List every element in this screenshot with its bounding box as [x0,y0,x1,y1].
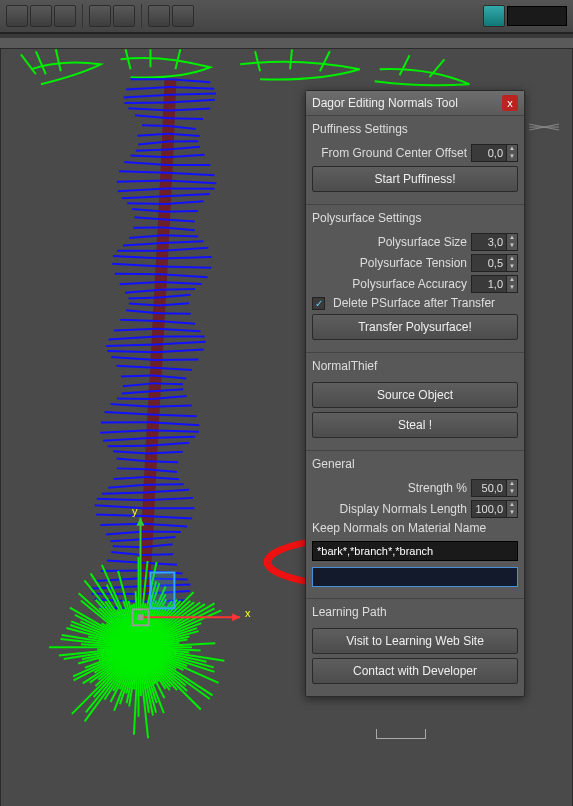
svg-line-79 [106,344,156,346]
source-object-button[interactable]: Source Object [312,382,518,408]
delete-psurface-label: Delete PSurface after Transfer [333,296,495,310]
spinner-down-icon[interactable]: ▼ [506,153,517,161]
toolbar-button[interactable] [6,5,28,27]
svg-line-14 [170,87,214,89]
svg-line-54 [163,241,203,243]
svg-rect-277 [150,572,174,608]
steal-button[interactable]: Steal ! [312,412,518,438]
toolbar-button[interactable] [148,5,170,27]
svg-line-23 [142,125,169,126]
offset-spinner[interactable]: ▲▼ [471,144,518,162]
svg-line-131 [113,546,143,547]
svg-line-127 [106,532,143,535]
toolbar-button[interactable] [483,5,505,27]
svg-line-103 [103,438,149,441]
start-puffiness-button[interactable]: Start Puffiness! [312,166,518,192]
svg-line-33 [124,162,167,165]
svg-line-109 [117,459,148,462]
svg-line-115 [108,485,146,488]
svg-line-101 [100,430,149,433]
svg-line-63 [120,282,161,284]
svg-line-85 [116,366,154,368]
svg-line-73 [120,320,157,321]
svg-line-129 [111,539,143,541]
svg-line-81 [107,351,155,352]
spinner-up-icon[interactable]: ▲ [506,145,517,153]
section-header: Learning Path [312,603,518,624]
accuracy-spinner[interactable]: ▲▼ [471,275,518,293]
svg-rect-276 [138,614,144,620]
learning-section: Learning Path Visit to Learning Web Site… [306,598,524,696]
svg-line-91 [122,391,153,393]
panel-resize-handle[interactable] [376,729,426,739]
svg-line-97 [105,412,151,414]
svg-line-83 [111,357,155,360]
axis-y-label: y [132,505,138,517]
delete-psurface-checkbox[interactable]: ✓ [312,297,325,310]
toolbar-button[interactable] [30,5,52,27]
svg-line-95 [111,404,152,407]
svg-line-62 [161,274,207,277]
svg-line-38 [167,181,217,184]
strength-spinner[interactable]: ▲▼ [471,479,518,497]
offset-label: From Ground Center Offset [321,146,467,160]
top-toolbar [0,0,573,34]
svg-line-43 [127,203,165,204]
svg-line-7 [290,49,292,69]
contact-developer-button[interactable]: Contact with Developer [312,658,518,684]
svg-line-90 [153,383,183,384]
normalthief-section: NormalThief Source Object Steal ! [306,352,524,450]
svg-line-9 [400,55,410,75]
svg-line-35 [119,171,167,173]
svg-line-58 [162,257,211,259]
normals-length-label: Display Normals Length [340,502,467,516]
svg-line-60 [162,266,211,267]
section-header: Polysurface Settings [312,209,518,230]
toolbar-separator [141,4,142,28]
normals-length-spinner[interactable]: ▲▼ [471,500,518,518]
svg-line-36 [167,173,215,176]
svg-line-67 [129,298,160,299]
svg-line-16 [170,94,216,95]
toolbar-button[interactable] [89,5,111,27]
toolbar-button[interactable] [113,5,135,27]
svg-line-134 [142,554,173,555]
puffiness-section: Puffiness Settings From Ground Center Of… [306,115,524,204]
svg-line-56 [163,248,209,251]
svg-line-75 [114,329,157,331]
tension-spinner[interactable]: ▲▼ [471,254,518,272]
visit-website-button[interactable]: Visit to Learning Web Site [312,628,518,654]
svg-line-20 [169,108,210,110]
tension-label: Polysurface Tension [360,256,467,270]
normals-tool-panel: Dagor Editing Normals Tool x Puffiness S… [305,90,525,697]
svg-line-59 [112,264,161,267]
section-header: NormalThief [312,357,518,378]
material-names-input[interactable] [312,541,518,561]
toolbar-input[interactable] [507,6,567,26]
section-header: General [312,455,518,476]
close-button[interactable]: x [502,95,518,111]
material-names-input-2[interactable] [312,567,518,587]
svg-line-64 [161,282,202,284]
panel-titlebar[interactable]: Dagor Editing Normals Tool x [306,91,524,115]
svg-line-66 [160,289,195,290]
accuracy-label: Polysurface Accuracy [352,277,467,291]
size-spinner[interactable]: ▲▼ [471,233,518,251]
transfer-polysurface-button[interactable]: Transfer Polysurface! [312,314,518,340]
toolbar-button[interactable] [54,5,76,27]
svg-line-117 [102,493,146,494]
polysurface-section: Polysurface Settings Polysurface Size ▲▼… [306,204,524,352]
svg-line-57 [113,256,162,259]
svg-line-39 [118,188,166,191]
svg-line-5 [175,49,180,69]
toolbar-button[interactable] [172,5,194,27]
svg-line-2 [56,49,61,71]
svg-line-111 [117,468,147,469]
svg-line-137 [101,571,142,572]
svg-line-29 [136,149,168,150]
strength-label: Strength % [408,481,467,495]
axis-x-label: x [245,607,251,619]
svg-line-52 [164,235,199,236]
svg-line-139 [95,578,141,581]
svg-line-46 [165,211,198,212]
